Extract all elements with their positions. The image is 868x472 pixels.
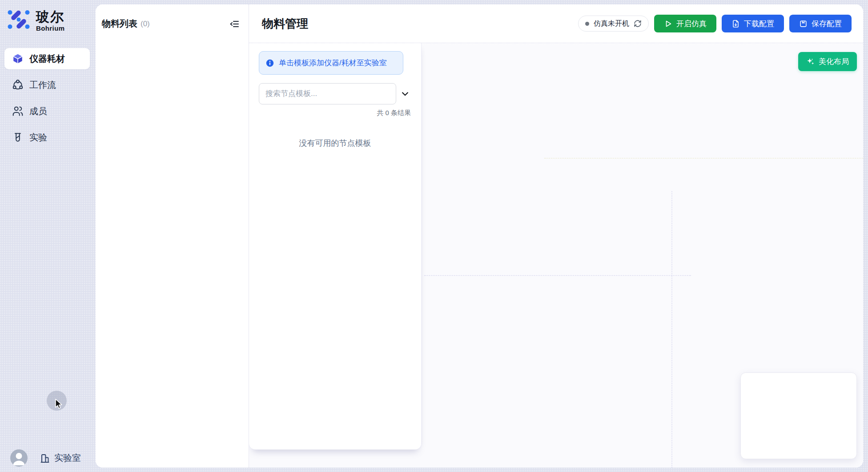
lab-label: 实验室 [54, 452, 81, 464]
start-simulation-label: 开启仿真 [676, 19, 707, 29]
cube-icon [12, 53, 24, 64]
brand-name-en: Bohrium [36, 24, 64, 32]
status-dot-icon [585, 22, 589, 26]
bohrium-logo-icon [7, 8, 30, 31]
avatar-person-icon [10, 449, 28, 467]
experiment-icon [12, 132, 24, 143]
download-config-label: 下载配置 [744, 19, 774, 29]
main-header: 物料管理 仿真未开机 开启仿真 [249, 4, 863, 43]
brand-name-zh: 玻尔 [36, 9, 64, 24]
sidebar-item-label: 仪器耗材 [29, 53, 65, 65]
save-icon [799, 20, 808, 28]
beautify-layout-button[interactable]: 美化布局 [798, 52, 857, 71]
simulation-status-pill: 仿真未开机 [578, 16, 649, 32]
page-title: 物料管理 [262, 16, 308, 32]
beautify-layout-label: 美化布局 [819, 56, 849, 67]
info-icon [266, 59, 274, 67]
sidebar-item-workflow[interactable]: 工作流 [4, 74, 90, 96]
download-config-button[interactable]: 下载配置 [722, 15, 784, 32]
user-avatar[interactable] [10, 449, 28, 467]
flow-canvas[interactable]: 单击模板添加仪器/耗材至实验室 共 0 条结果 没有可用的节点模板 [249, 43, 863, 468]
result-count: 共 0 条结果 [259, 109, 411, 117]
node-template-panel: 单击模板添加仪器/耗材至实验室 共 0 条结果 没有可用的节点模板 [249, 43, 422, 450]
sparkles-icon [806, 57, 815, 66]
materials-panel: 物料列表 (0) [96, 4, 249, 468]
sidebar-item-instruments[interactable]: 仪器耗材 [4, 48, 90, 69]
hint-banner: 单击模板添加仪器/耗材至实验室 [259, 51, 403, 75]
header-actions: 仿真未开机 开启仿真 [578, 15, 852, 32]
save-config-button[interactable]: 保存配置 [789, 15, 852, 32]
page: { "brand": { "name_zh": "玻尔", "name_en":… [0, 0, 868, 472]
sidebar-menu: 仪器耗材 工作流 成员 [0, 48, 96, 148]
brand-text: 玻尔 Bohrium [36, 8, 64, 32]
sidebar-footer: 实验室 [0, 449, 96, 467]
workflow-icon [12, 79, 24, 91]
materials-list-title: 物料列表 [102, 18, 137, 30]
refresh-status-icon[interactable] [634, 20, 642, 28]
collapse-panel-icon[interactable] [229, 19, 240, 29]
canvas-gridline-horizontal [424, 275, 691, 276]
start-simulation-button[interactable]: 开启仿真 [654, 15, 716, 32]
sidebar: 玻尔 Bohrium 仪器耗材 工作流 [0, 0, 96, 472]
play-icon [664, 20, 672, 28]
main-column: 物料管理 仿真未开机 开启仿真 [249, 4, 863, 468]
file-download-icon [731, 20, 740, 28]
content-card: 物料列表 (0) 物料管理 仿真未开机 [96, 4, 863, 468]
canvas-gridline-horizontal-faint [544, 158, 863, 159]
members-icon [12, 105, 24, 117]
simulation-status-label: 仿真未开机 [594, 19, 629, 28]
materials-list-count: (0) [141, 20, 150, 28]
minimap[interactable] [740, 372, 857, 459]
hint-banner-text: 单击模板添加仪器/耗材至实验室 [279, 58, 387, 68]
sidebar-item-label: 实验 [29, 132, 47, 144]
materials-panel-header: 物料列表 (0) [102, 18, 240, 30]
template-search-row [259, 83, 411, 104]
brand-logo: 玻尔 Bohrium [0, 0, 96, 32]
lab-switcher[interactable]: 实验室 [40, 452, 81, 464]
sidebar-item-label: 工作流 [29, 79, 56, 91]
search-input[interactable] [259, 83, 396, 104]
canvas-gridline-vertical [671, 191, 672, 468]
sidebar-item-label: 成员 [29, 105, 47, 117]
chevron-down-icon[interactable] [401, 89, 410, 98]
sidebar-item-experiment[interactable]: 实验 [4, 127, 90, 148]
building-icon [40, 453, 50, 464]
save-config-label: 保存配置 [812, 19, 842, 29]
sidebar-item-members[interactable]: 成员 [4, 100, 90, 122]
empty-templates-message: 没有可用的节点模板 [259, 138, 411, 148]
